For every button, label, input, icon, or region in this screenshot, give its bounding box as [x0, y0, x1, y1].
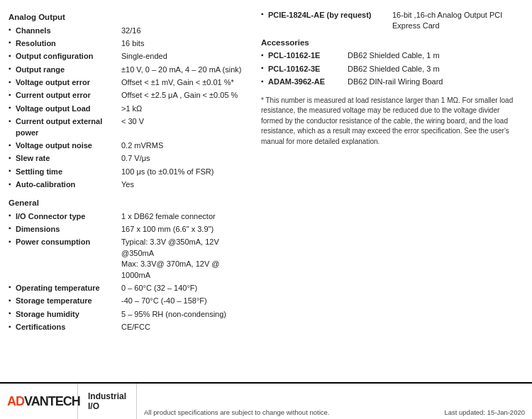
table-row: Auto-calibrationYes [9, 179, 250, 191]
logo-vantech: VANTECH [24, 394, 80, 408]
spec-value: 32/16 [118, 24, 250, 37]
spec-value: -40 – 70°C (-40 – 158°F) [118, 295, 250, 308]
spec-label: Certifications [9, 321, 118, 334]
table-row: Storage temperature-40 – 70°C (-40 – 158… [9, 295, 250, 308]
spec-value: Yes [118, 179, 250, 191]
table-row: Channels32/16 [9, 24, 250, 37]
spec-label: Current output error [9, 89, 118, 102]
table-row: PCL-10162-1EDB62 Shielded Cable, 1 m [261, 50, 523, 62]
spec-value: ±10 V, 0 – 20 mA, 4 – 20 mA (sink) [118, 63, 250, 76]
spec-label: Power consumption [9, 236, 118, 282]
spec-label: Operating temperature [9, 281, 118, 294]
spec-label: Voltage output Load [9, 102, 118, 115]
spec-value: 16 bits [118, 37, 250, 50]
spec-value: 1 x DB62 female connector [118, 210, 250, 223]
main-content: Analog Output Channels32/16Resolution16 … [0, 0, 532, 376]
accessories-title: Accessories [261, 38, 523, 47]
spec-label: Dimensions [9, 223, 118, 235]
spec-value: Typical: 3.3V @350mA, 12V @350mAMax: 3.3… [118, 236, 250, 282]
spec-label: Current output external power [9, 116, 118, 140]
analog-output-section-title: Analog Output [9, 13, 250, 21]
accessories-table: PCL-10162-1EDB62 Shielded Cable, 1 mPCL-… [261, 50, 523, 89]
analog-output-table: Channels32/16Resolution16 bitsOutput con… [9, 24, 250, 191]
spec-label: Voltage output noise [9, 140, 118, 152]
general-section-title: General [9, 199, 250, 207]
accessory-label: ADAM-3962-AE [261, 76, 346, 89]
table-row: Dimensions167 x 100 mm (6.6" x 3.9") [9, 223, 250, 235]
accessory-value: DB62 Shielded Cable, 1 m [346, 50, 523, 62]
spec-label: Output range [9, 63, 118, 76]
pcie-label: PCIE-1824L-AE (by request) [268, 10, 392, 21]
accessory-label: PCL-10162-3E [261, 62, 346, 75]
left-column: Analog Output Channels32/16Resolution16 … [9, 6, 250, 334]
table-row: Voltage output errorOffset < ±1 mV, Gain… [9, 77, 250, 89]
footer-last-updated: Last updated: 15-Jan-2020 [444, 408, 525, 416]
footer-bottom-text: All product specifications are subject t… [137, 384, 532, 419]
spec-label: Output configuration [9, 50, 118, 63]
table-row: Power consumptionTypical: 3.3V @350mA, 1… [9, 236, 250, 282]
spec-value: 0.2 mVRMS [118, 140, 250, 152]
table-row: PCL-10162-3EDB62 Shielded Cable, 3 m [261, 62, 523, 75]
spec-label: Channels [9, 24, 118, 37]
spec-value: >1 kΩ [118, 102, 250, 115]
spec-label: Settling time [9, 165, 118, 178]
table-row: Resolution16 bits [9, 37, 250, 50]
table-row: Voltage output Load>1 kΩ [9, 102, 250, 115]
table-row: Operating temperature0 – 60°C (32 – 140°… [9, 281, 250, 294]
table-row: Current output external power< 30 V [9, 116, 250, 140]
spec-value: Offset < ±1 mV, Gain < ±0.01 %* [118, 77, 250, 89]
table-row: ADAM-3962-AEDB62 DIN-rail Wiring Board [261, 76, 523, 89]
logo-text: ADVANTECH [7, 394, 80, 409]
spec-label: Resolution [9, 37, 118, 50]
spec-value: 167 x 100 mm (6.6" x 3.9") [118, 223, 250, 235]
table-row: Output range±10 V, 0 – 20 mA, 4 – 20 mA … [9, 63, 250, 76]
spec-label: Voltage output error [9, 77, 118, 89]
spec-value: Single-ended [118, 50, 250, 63]
footer-category: Industrial I/O [78, 384, 137, 419]
table-row: Settling time100 μs (to ±0.01% of FSR) [9, 165, 250, 178]
right-column: PCIE-1824L-AE (by request) 16-bit ,16-ch… [261, 6, 523, 334]
footer-logo: ADVANTECH [0, 384, 78, 419]
table-row: Current output errorOffset < ±2.5 μA , G… [9, 89, 250, 102]
accessory-value: DB62 Shielded Cable, 3 m [346, 62, 523, 75]
table-row: Slew rate0.7 V/μs [9, 152, 250, 165]
table-row: Voltage output noise0.2 mVRMS [9, 140, 250, 152]
accessory-label: PCL-10162-1E [261, 50, 346, 62]
pcie-value: 16-bit ,16-ch Analog Output PCI Express … [392, 10, 522, 32]
spec-value: 0.7 V/μs [118, 152, 250, 165]
spec-value: CE/FCC [118, 321, 250, 334]
table-row: I/O Connector type1 x DB62 female connec… [9, 210, 250, 223]
general-table: I/O Connector type1 x DB62 female connec… [9, 210, 250, 334]
table-row: Storage humidity5 – 95% RH (non-condensi… [9, 308, 250, 320]
spec-label: I/O Connector type [9, 210, 118, 223]
spec-label: Storage humidity [9, 308, 118, 320]
footer: ADVANTECH Industrial I/O All product spe… [0, 382, 532, 419]
table-row: Output configurationSingle-ended [9, 50, 250, 63]
spec-label: Slew rate [9, 152, 118, 165]
footer-disclaimer: All product specifications are subject t… [144, 408, 329, 416]
spec-value: 100 μs (to ±0.01% of FSR) [118, 165, 250, 178]
spec-label: Auto-calibration [9, 179, 118, 191]
spec-value: < 30 V [118, 116, 250, 140]
spec-value: 5 – 95% RH (non-condensing) [118, 308, 250, 320]
footnote: * This number is measured at load resist… [261, 96, 523, 147]
table-row: CertificationsCE/FCC [9, 321, 250, 334]
logo-ad: AD [7, 394, 24, 408]
accessory-value: DB62 DIN-rail Wiring Board [346, 76, 523, 89]
pcie-item: PCIE-1824L-AE (by request) 16-bit ,16-ch… [261, 9, 523, 33]
spec-value: 0 – 60°C (32 – 140°F) [118, 281, 250, 294]
spec-label: Storage temperature [9, 295, 118, 308]
spec-value: Offset < ±2.5 μA , Gain < ±0.05 % [118, 89, 250, 102]
